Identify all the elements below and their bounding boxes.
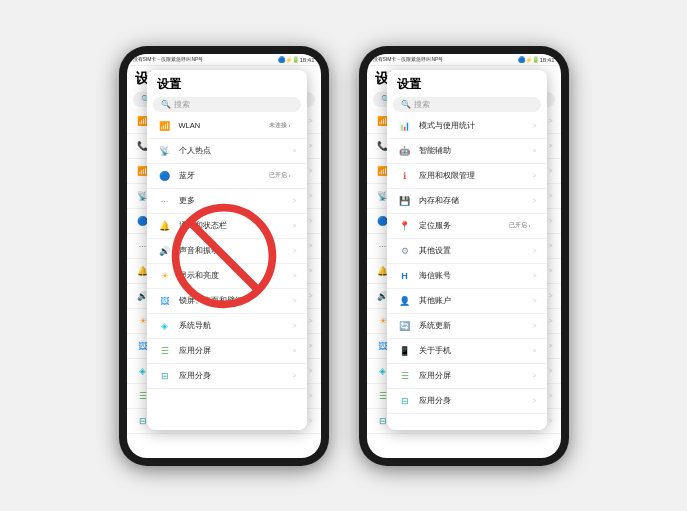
overlay-search-placeholder: 搜索 bbox=[174, 99, 190, 110]
item-arrow: > bbox=[292, 297, 296, 304]
right-overlay-panel: 设置 🔍 搜索 📊 模式与使用统计 > 🤖 智能辅助 > ℹ 应用和权限管理 >… bbox=[387, 70, 547, 430]
list-item[interactable]: ☰ 应用分屏 > bbox=[387, 364, 547, 389]
item-arrow: > bbox=[548, 367, 552, 374]
right-panel-search-placeholder: 搜索 bbox=[414, 99, 430, 110]
item-arrow: > bbox=[548, 117, 552, 124]
right-panel-list: 📊 模式与使用统计 > 🤖 智能辅助 > ℹ 应用和权限管理 > 💾 内存和存储… bbox=[387, 114, 547, 430]
item-arrow: > bbox=[308, 192, 312, 199]
item-label: 内存和存储 bbox=[419, 196, 521, 206]
list-item[interactable]: ⊟ 应用分身 > bbox=[147, 364, 307, 389]
item-label: 应用和权限管理 bbox=[419, 171, 521, 181]
item-arrow: > bbox=[548, 217, 552, 224]
item-icon: ☀ bbox=[157, 268, 173, 284]
list-item[interactable]: ⚙ 其他设置 > bbox=[387, 239, 547, 264]
list-item[interactable]: 🖼 锁屏、桌面和壁纸 > bbox=[147, 289, 307, 314]
list-item[interactable]: 📱 关于手机 > bbox=[387, 339, 547, 364]
left-phone-group: 没有SIM卡－仅限紧急呼叫NP号 🔵⚡🔋18:41 设置 🔍 搜索 📶 移动网络… bbox=[119, 46, 329, 466]
item-label: 智能辅助 bbox=[419, 146, 521, 156]
item-icon: H bbox=[397, 268, 413, 284]
item-arrow: > bbox=[532, 147, 536, 154]
item-label: 锁屏、桌面和壁纸 bbox=[179, 296, 281, 306]
list-item[interactable]: 💾 内存和存储 > bbox=[387, 189, 547, 214]
list-item[interactable]: 📍 定位服务 已开启 › bbox=[387, 214, 547, 239]
item-label: 显示和亮度 bbox=[179, 271, 281, 281]
right-status-left: 没有SIM卡－仅限紧急呼叫NP号 bbox=[373, 56, 444, 62]
item-arrow: > bbox=[548, 342, 552, 349]
item-arrow: > bbox=[532, 322, 536, 329]
list-item[interactable]: ⊟ 应用分身 > bbox=[387, 389, 547, 414]
item-arrow: > bbox=[292, 322, 296, 329]
item-arrow: > bbox=[308, 342, 312, 349]
item-label: 蓝牙 bbox=[179, 171, 263, 181]
item-label: 应用分身 bbox=[419, 396, 521, 406]
right-panel-title: 设置 bbox=[387, 70, 547, 95]
item-arrow: > bbox=[532, 297, 536, 304]
item-icon: ◈ bbox=[157, 318, 173, 334]
item-arrow: > bbox=[532, 272, 536, 279]
item-arrow: > bbox=[548, 317, 552, 324]
list-item[interactable]: 📊 模式与使用统计 > bbox=[387, 114, 547, 139]
item-icon: 📍 bbox=[397, 218, 413, 234]
item-icon: 🔊 bbox=[157, 243, 173, 259]
overlay-search-icon: 🔍 bbox=[161, 100, 171, 109]
item-icon: ··· bbox=[157, 193, 173, 209]
item-icon: ⊟ bbox=[157, 368, 173, 384]
list-item[interactable]: H 海信账号 > bbox=[387, 264, 547, 289]
list-item[interactable]: 🔄 系统更新 > bbox=[387, 314, 547, 339]
item-label: 通知和状态栏 bbox=[179, 221, 281, 231]
item-arrow: > bbox=[292, 197, 296, 204]
list-item[interactable]: 👤 其他账户 > bbox=[387, 289, 547, 314]
item-arrow: > bbox=[308, 267, 312, 274]
item-arrow: > bbox=[308, 142, 312, 149]
list-item[interactable]: ☀ 显示和亮度 > bbox=[147, 264, 307, 289]
item-icon: ⚙ bbox=[397, 243, 413, 259]
list-item[interactable]: ··· 更多 > bbox=[147, 189, 307, 214]
item-arrow: > bbox=[308, 417, 312, 424]
main-container: 没有SIM卡－仅限紧急呼叫NP号 🔵⚡🔋18:41 设置 🔍 搜索 📶 移动网络… bbox=[99, 26, 589, 486]
item-label: 其他设置 bbox=[419, 246, 521, 256]
item-icon: 👤 bbox=[397, 293, 413, 309]
item-label: 应用分屏 bbox=[419, 371, 521, 381]
overlay-title: 设置 bbox=[147, 70, 307, 95]
item-arrow: > bbox=[308, 317, 312, 324]
item-label: 应用分屏 bbox=[179, 346, 281, 356]
item-arrow: > bbox=[548, 142, 552, 149]
list-item[interactable]: ◈ 系统导航 > bbox=[147, 314, 307, 339]
item-arrow: > bbox=[308, 217, 312, 224]
item-icon: 🔄 bbox=[397, 318, 413, 334]
item-arrow: > bbox=[308, 367, 312, 374]
list-item[interactable]: ℹ 应用和权限管理 > bbox=[387, 164, 547, 189]
item-arrow: > bbox=[532, 122, 536, 129]
item-icon: 💾 bbox=[397, 193, 413, 209]
item-label: 声音和振动 bbox=[179, 246, 281, 256]
right-panel-search[interactable]: 🔍 搜索 bbox=[393, 97, 541, 112]
right-status-bar: 没有SIM卡－仅限紧急呼叫NP号 🔵⚡🔋18:41 bbox=[367, 54, 561, 66]
item-arrow: > bbox=[548, 292, 552, 299]
list-item[interactable]: 🤖 智能辅助 > bbox=[387, 139, 547, 164]
right-status-right: 🔵⚡🔋18:41 bbox=[518, 56, 554, 63]
item-icon: 📱 bbox=[397, 343, 413, 359]
item-label: 海信账号 bbox=[419, 271, 521, 281]
list-item[interactable]: ☰ 应用分屏 > bbox=[147, 339, 307, 364]
overlay-search[interactable]: 🔍 搜索 bbox=[153, 97, 301, 112]
list-item[interactable]: 🔵 蓝牙 已开启 › bbox=[147, 164, 307, 189]
item-arrow: > bbox=[532, 347, 536, 354]
item-arrow: > bbox=[532, 397, 536, 404]
overlay-list: 📶 WLAN 未连接 › 📡 个人热点 > 🔵 蓝牙 已开启 › ··· 更多 … bbox=[147, 114, 307, 430]
list-item[interactable]: 📡 个人热点 > bbox=[147, 139, 307, 164]
list-item[interactable]: 🔔 通知和状态栏 > bbox=[147, 214, 307, 239]
item-arrow: > bbox=[292, 272, 296, 279]
item-label: 更多 bbox=[179, 196, 281, 206]
item-icon: 📊 bbox=[397, 118, 413, 134]
item-icon: 🖼 bbox=[157, 293, 173, 309]
item-arrow: > bbox=[308, 292, 312, 299]
item-label: 系统导航 bbox=[179, 321, 281, 331]
item-arrow: > bbox=[308, 167, 312, 174]
item-label: 其他账户 bbox=[419, 296, 521, 306]
list-item[interactable]: 📶 WLAN 未连接 › bbox=[147, 114, 307, 139]
item-arrow: > bbox=[548, 192, 552, 199]
item-arrow: > bbox=[548, 267, 552, 274]
list-item[interactable]: 🔊 声音和振动 > bbox=[147, 239, 307, 264]
left-overlay-panel: 设置 🔍 搜索 📶 WLAN 未连接 › 📡 个人热点 > 🔵 蓝牙 已开启 ›… bbox=[147, 70, 307, 430]
item-tag: 已开启 › bbox=[509, 221, 531, 230]
